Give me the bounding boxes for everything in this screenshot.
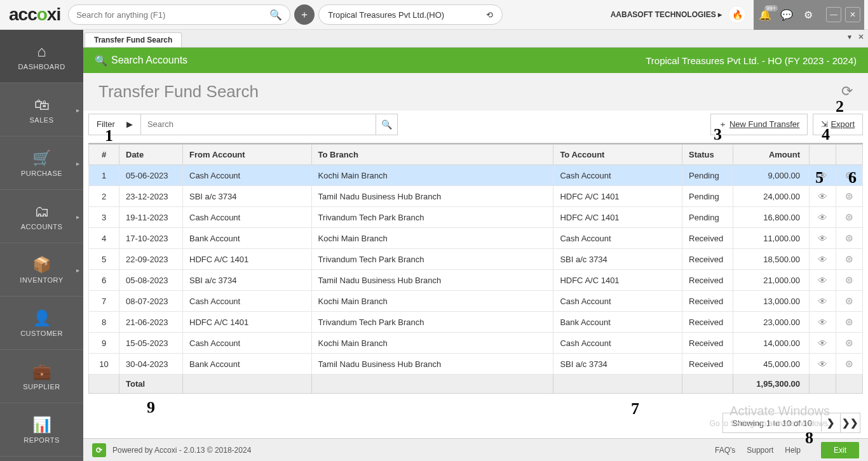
export-icon: ⇲ [821,119,828,129]
row-menu-icon[interactable]: ⊜ [836,291,863,312]
new-fund-transfer-button[interactable]: ＋ New Fund Transfer [710,114,808,135]
sidebar-item-sales[interactable]: 🛍SALES▸ [0,83,83,137]
org-selector[interactable]: Tropical Treasures Pvt Ltd.(HO) ⟲ [318,4,503,25]
footer-logo-icon: ⟳ [92,443,106,457]
minimize-icon[interactable]: — [826,7,841,22]
table-row[interactable]: 1 05-06-2023 Cash Account Kochi Main Bra… [89,165,863,186]
col-from[interactable]: From Account [183,145,312,165]
view-icon[interactable]: 👁 [810,249,836,270]
add-button[interactable]: ＋ [294,4,315,25]
help-link[interactable]: Help [785,446,801,455]
toolbar: Filter ▶ 🔍 ＋ New Fund Transfer ⇲ Export [83,110,868,138]
close-icon[interactable]: ✕ [845,7,860,22]
exit-button[interactable]: Exit [821,442,859,458]
sidebar: ⌂DASHBOARD🛍SALES▸🛒PURCHASE▸🗂ACCOUNTS▸📦IN… [0,30,83,461]
play-icon: ▶ [126,119,133,129]
view-icon[interactable]: 👁 [810,354,836,375]
org-name: Tropical Treasures Pvt Ltd.(HO) [328,10,444,20]
pager: Showing 1 to 10 of 10 ❯ ❯❯ [722,413,860,433]
search-icon[interactable]: 🔍 [269,9,282,21]
tab-close-icon[interactable]: ✕ [858,32,864,41]
row-menu-icon[interactable]: ⊜ [836,165,863,186]
col-num[interactable]: # [89,145,119,165]
footer-text: Powered by Accoxi - 2.0.13 © 2018-2024 [112,446,251,455]
sync-icon[interactable]: ⟲ [486,10,493,20]
row-menu-icon[interactable]: ⊜ [836,354,863,375]
chevron-right-icon: ▸ [76,159,79,166]
global-search-input[interactable] [76,10,269,20]
sidebar-item-accounts[interactable]: 🗂ACCOUNTS▸ [0,190,83,243]
table-search-button[interactable]: 🔍 [376,114,398,135]
row-menu-icon[interactable]: ⊜ [836,207,863,228]
table-row[interactable]: 8 21-06-2023 HDFC A/C 1401 Trivandum Tec… [89,312,863,333]
refresh-icon[interactable]: ⟳ [841,83,853,100]
col-branch[interactable]: To Branch [311,145,553,165]
supplier-icon: 💼 [32,363,51,380]
chat-icon[interactable]: 💬 [779,9,794,21]
sidebar-item-customer[interactable]: 👤CUSTOMER [0,297,83,350]
pager-last[interactable]: ❯❯ [841,413,860,432]
customer-icon: 👤 [32,309,51,327]
page-title: Transfer Fund Search [98,82,259,102]
view-icon[interactable]: 👁 [810,207,836,228]
view-icon[interactable]: 👁 [810,228,836,249]
sidebar-item-reports[interactable]: 📊REPORTS [0,403,83,457]
table-row[interactable]: 9 15-05-2023 Cash Account Kochi Main Bra… [89,333,863,354]
sidebar-item-purchase[interactable]: 🛒PURCHASE▸ [0,137,83,190]
col-status[interactable]: Status [682,145,733,165]
dashboard-icon: ⌂ [37,43,46,60]
faq-link[interactable]: FAQ's [715,446,735,455]
row-menu-icon[interactable]: ⊜ [836,228,863,249]
table-row[interactable]: 2 23-12-2023 SBI a/c 3734 Tamil Nadu Bus… [89,186,863,207]
gear-icon[interactable]: ⚙ [801,9,816,21]
chevron-right-icon: ▸ [76,106,79,113]
row-menu-icon[interactable]: ⊜ [836,312,863,333]
view-icon[interactable]: 👁 [810,291,836,312]
pager-next[interactable]: ❯ [822,413,841,432]
sidebar-item-dashboard[interactable]: ⌂DASHBOARD [0,30,83,83]
search-icon: 🔍 [95,55,107,67]
sidebar-item-supplier[interactable]: 💼SUPPLIER [0,350,83,403]
main-area: Transfer Fund Search ▾ ✕ 🔍 Search Accoun… [83,30,868,461]
table-header-row: # Date From Account To Branch To Account… [89,145,863,165]
pager-info: Showing 1 to 10 of 10 [723,415,822,432]
global-search[interactable]: 🔍 [68,4,290,25]
col-to[interactable]: To Account [553,145,682,165]
row-menu-icon[interactable]: ⊜ [836,333,863,354]
green-header: 🔍 Search Accounts Tropical Treasures Pvt… [83,48,868,73]
accounts-icon: 🗂 [34,203,50,220]
view-icon[interactable]: 👁 [810,165,836,186]
row-menu-icon[interactable]: ⊜ [836,270,863,291]
chevron-right-icon: ▸ [76,213,79,220]
app-logo: accoxi [4,4,65,25]
view-icon[interactable]: 👁 [810,270,836,291]
table-row[interactable]: 7 08-07-2023 Cash Account Kochi Main Bra… [89,291,863,312]
tab-dropdown-icon[interactable]: ▾ [848,32,851,41]
view-icon[interactable]: 👁 [810,333,836,354]
row-menu-icon[interactable]: ⊜ [836,249,863,270]
view-icon[interactable]: 👁 [810,186,836,207]
view-icon[interactable]: 👁 [810,312,836,333]
table-row[interactable]: 10 30-04-2023 Bank Account Tamil Nadu Bu… [89,354,863,375]
col-date[interactable]: Date [119,145,183,165]
user-name[interactable]: AABASOFT TECHNOLOGIES ▸ [611,10,722,19]
tab-transfer-fund[interactable]: Transfer Fund Search [85,32,182,47]
table-row[interactable]: 5 22-09-2023 HDFC A/C 1401 Trivandum Tec… [89,249,863,270]
export-button[interactable]: ⇲ Export [813,114,863,135]
topbar: accoxi 🔍 ＋ Tropical Treasures Pvt Ltd.(H… [0,0,868,30]
chevron-right-icon: ▸ [76,266,79,273]
table-row[interactable]: 4 17-10-2023 Bank Account Kochi Main Bra… [89,228,863,249]
green-title: Search Accounts [111,55,187,66]
table-row[interactable]: 6 05-08-2023 SBI a/c 3734 Tamil Nadu Bus… [89,270,863,291]
sidebar-item-inventory[interactable]: 📦INVENTORY▸ [0,243,83,297]
support-link[interactable]: Support [747,446,773,455]
footer: ⟳ Powered by Accoxi - 2.0.13 © 2018-2024… [83,438,868,461]
fire-icon[interactable]: 🔥 [728,6,746,23]
col-amount[interactable]: Amount [733,145,810,165]
table-search-input[interactable] [141,114,376,135]
table-row[interactable]: 3 19-11-2023 Cash Account Trivandum Tech… [89,207,863,228]
col-view [810,145,836,165]
filter-button[interactable]: Filter ▶ [88,114,141,135]
bell-icon[interactable]: 🔔99+ [757,9,773,21]
row-menu-icon[interactable]: ⊜ [836,186,863,207]
